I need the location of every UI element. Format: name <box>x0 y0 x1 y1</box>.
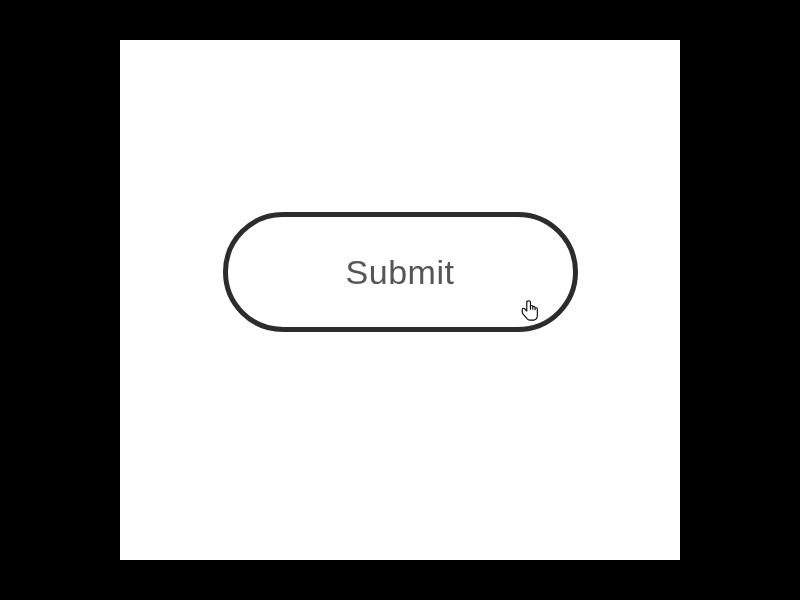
canvas-area: Submit <box>120 40 680 560</box>
submit-button-label: Submit <box>346 253 455 292</box>
submit-button[interactable]: Submit <box>223 212 578 332</box>
